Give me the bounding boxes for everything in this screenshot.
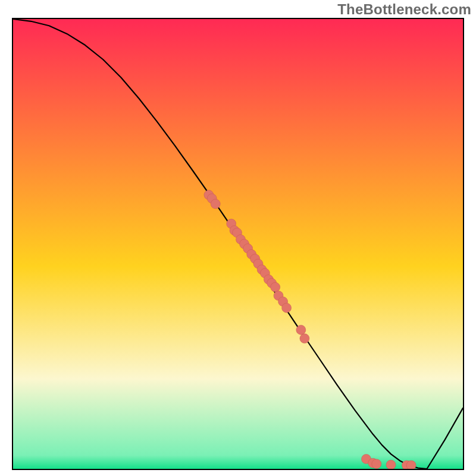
scatter-dot <box>271 283 280 292</box>
watermark-text: TheBottleneck.com <box>337 1 471 18</box>
chart-plot <box>12 18 464 470</box>
scatter-dot <box>211 199 220 209</box>
scatter-dot <box>386 460 396 469</box>
scatter-dot <box>372 459 381 469</box>
scatter-dot <box>406 461 416 470</box>
scatter-dot <box>300 334 309 343</box>
scatter-dot <box>282 303 292 312</box>
chart-svg <box>12 18 464 470</box>
scatter-dot <box>296 325 306 334</box>
chart-background <box>13 19 463 469</box>
